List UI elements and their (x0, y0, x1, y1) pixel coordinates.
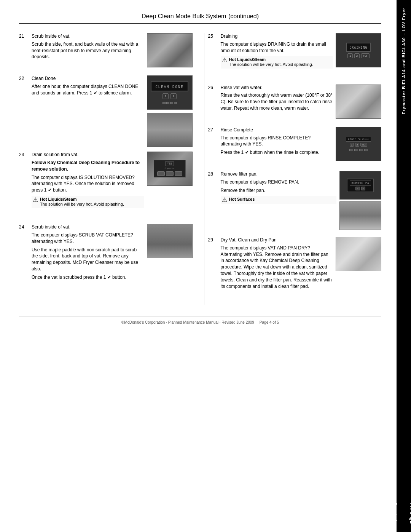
side-tab-top-label: Frymaster BIELA14 and BIGLA30 – LOV Frye… (400, 4, 408, 118)
footer-page: Page 4 of 5 (260, 320, 279, 324)
rc-btn-2: 2 (355, 143, 359, 147)
step-24-body2: Use the maple paddle with non scratch pa… (32, 247, 144, 272)
columns: 21 Scrub inside of vat. Scrub the side, … (19, 33, 381, 305)
right-column: 25 Draining The computer displays DRAINI… (204, 33, 382, 305)
step-25-row: 25 Draining The computer displays DRAINI… (208, 33, 382, 78)
step-22-image-2 (147, 113, 193, 147)
step-26-content: Rinse vat with water. Rinse the vat thor… (221, 85, 333, 113)
step-22: 22 Clean Done After one hour, the comput… (19, 75, 144, 97)
step-24-title: Scrub inside of vat. (32, 224, 144, 230)
step-22-inner: 22 Clean Done After one hour, the comput… (19, 75, 193, 110)
warning-icon-28: ⚠ (222, 197, 227, 203)
side-tab-bottom: Quarterly FR 3 Q2 (391, 498, 411, 528)
step-27: 27 Rinse Complete The computer displays … (208, 127, 333, 157)
step-27-title: Rinse Complete (221, 127, 333, 133)
step-23-warning: ⚠ Hot Liquids/Steam The solution will be… (32, 196, 144, 208)
step-28-number: 28 (208, 171, 218, 206)
clean-done-screen: CLEAN DONE (155, 85, 183, 89)
step-22-row: 22 Clean Done After one hour, the comput… (19, 75, 193, 110)
step-21-row: 21 Scrub inside of vat. Scrub the side, … (19, 33, 193, 69)
step-25-title: Draining (221, 33, 333, 40)
step-22-number: 22 (19, 75, 29, 97)
step-27-image: RINSE CO Fryme 1 2 FLT (336, 127, 381, 161)
rc-btn-flt: FLT (360, 143, 367, 147)
step-22-title: Clean Done (32, 75, 144, 82)
step-23-body1: The computer displays IS SOLUTION REMOVE… (32, 174, 144, 193)
step-25-number: 25 (208, 33, 218, 71)
step-21-title: Scrub inside of vat. (32, 33, 144, 40)
step-24-row: 24 Scrub inside of vat. The computer dis… (19, 224, 193, 289)
step-22-body: After one hour, the computer displays CL… (32, 83, 144, 96)
rinse-complete-text: RINSE CO (348, 138, 361, 141)
step-26-row: 26 Rinse vat with water. Rinse the vat t… (208, 85, 382, 120)
rc-btn-1: 1 (350, 143, 354, 147)
step-28-title: Remove filter pan. (221, 171, 337, 177)
step-23-title: Drain solution from vat. (32, 152, 144, 158)
step-28-inner: 28 Remove filter pan. The computer displ… (208, 171, 382, 230)
side-fr-label: FR 3 Q2 (409, 503, 411, 524)
step-28-image-screen: REMOVE PA 1 2 (339, 171, 381, 200)
step-26: 26 Rinse vat with water. Rinse the vat t… (208, 85, 333, 113)
step-23-number: 23 (19, 152, 29, 210)
step-25-inner: 25 Draining The computer displays DRAINI… (208, 33, 382, 78)
step-24-body3: Once the vat is scrubbed press the 1 ✔ b… (32, 274, 144, 281)
step-21-image (147, 33, 193, 67)
step-29-number: 29 (208, 237, 218, 291)
step-27-inner: 27 Rinse Complete The computer displays … (208, 127, 382, 164)
step-23: 23 Drain solution from vat. Follow Kay C… (19, 152, 144, 210)
step-24: 24 Scrub inside of vat. The computer dis… (19, 224, 144, 282)
side-quarterly-label: Quarterly (393, 502, 398, 524)
step-23-warning-title: Hot Liquids/Steam (40, 197, 124, 201)
step-25-image: DRAINING 1 2 FLT (336, 33, 381, 67)
step-28: 28 Remove filter pan. The computer displ… (208, 171, 337, 206)
step-28-warning-title: Hot Surfaces (229, 197, 255, 201)
step-28-body2: Remove the filter pan. (221, 187, 337, 194)
step-21: 21 Scrub inside of vat. Scrub the side, … (19, 33, 144, 62)
main-content: Deep Clean Mode Bulk System (continued) … (0, 0, 397, 532)
step-25-warning-body: The solution will be very hot. Avoid spl… (229, 62, 313, 67)
step-27-body1: The computer displays RINSE COMPLETE? al… (221, 135, 333, 148)
step-24-image (147, 224, 193, 258)
step-26-body: Rinse the vat thoroughly with warm water… (221, 92, 333, 111)
step-24-content: Scrub inside of vat. The computer displa… (32, 224, 144, 282)
step-25-warning: ⚠ Hot Liquids/Steam The solution will be… (221, 56, 333, 68)
step-29-title: Dry Vat, Clean and Dry Pan (221, 237, 333, 243)
draining-screen: DRAINING (350, 46, 368, 50)
step-29: 29 Dry Vat, Clean and Dry Pan The comput… (208, 237, 333, 291)
step-26-number: 26 (208, 85, 218, 113)
step-21-number: 21 (19, 33, 29, 62)
warning-icon-25: ⚠ (222, 57, 227, 63)
step-25: 25 Draining The computer displays DRAINI… (208, 33, 333, 71)
step-29-body: The computer displays VAT AND PAN DRY? A… (221, 245, 333, 290)
step-28-image-pan (339, 201, 381, 230)
page-title: Deep Clean Mode Bulk System (continued) (19, 11, 381, 24)
step-21-inner: 21 Scrub inside of vat. Scrub the side, … (19, 33, 193, 69)
step-28-body1: The computer displays REMOVE PAN. (221, 179, 337, 185)
step-25-content: Draining The computer displays DRAINING … (221, 33, 333, 71)
step-27-content: Rinse Complete The computer displays RIN… (221, 127, 333, 157)
page-wrapper: Deep Clean Mode Bulk System (continued) … (0, 0, 411, 532)
step-24-body1: The computer displays SCRUB VAT COMPLETE… (32, 232, 144, 245)
step-29-row: 29 Dry Vat, Clean and Dry Pan The comput… (208, 237, 382, 298)
step-22-image: CLEAN DONE 1 2 (147, 75, 193, 110)
step-23-image: YES Frymaster (147, 152, 193, 186)
side-tab: Frymaster BIELA14 and BIGLA30 – LOV Frye… (397, 0, 411, 532)
step-27-row: 27 Rinse Complete The computer displays … (208, 127, 382, 164)
step-29-inner: 29 Dry Vat, Clean and Dry Pan The comput… (208, 237, 382, 298)
step-27-body2: Press the 1 ✔ button when the rinse is c… (221, 149, 333, 156)
step-28-content: Remove filter pan. The computer displays… (221, 171, 337, 206)
step-27-number: 27 (208, 127, 218, 157)
step-26-inner: 26 Rinse vat with water. Rinse the vat t… (208, 85, 382, 120)
step-26-image (336, 85, 381, 119)
step-23-warning-body: The solution will be very hot. Avoid spl… (40, 201, 124, 207)
step-25-body: The computer displays DRAINING to drain … (221, 41, 333, 54)
step-28-row: 28 Remove filter pan. The computer displ… (208, 171, 382, 230)
footer-text: ©McDonald's Corporation · Planned Mainte… (121, 320, 254, 324)
step-23-inner: 23 Drain solution from vat. Follow Kay C… (19, 152, 193, 217)
step-26-title: Rinse vat with water. (221, 85, 333, 91)
step-23-bold: Follow Kay Chemical Deep Cleaning Proced… (32, 160, 144, 173)
remove-pan-text: REMOVE PA (350, 181, 371, 186)
step-21-content: Scrub inside of vat. Scrub the side, fro… (32, 33, 144, 62)
fryme-logo: Fryme (362, 138, 369, 140)
step-24-inner: 24 Scrub inside of vat. The computer dis… (19, 224, 193, 289)
